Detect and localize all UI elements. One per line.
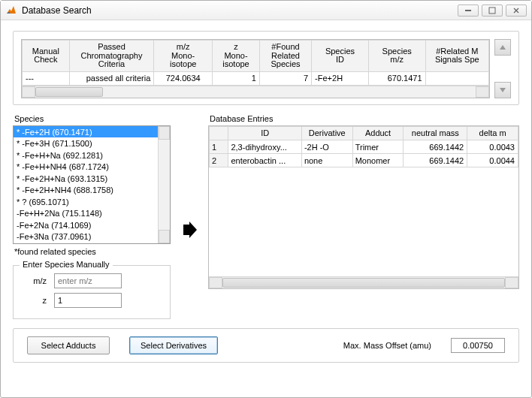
species-listbox[interactable]: * -Fe+2H (670.1471)* -Fe+3H (671.1500)* … [13,125,171,244]
window-title: Database Search [22,5,458,16]
z-input[interactable] [54,293,122,308]
mz-input[interactable] [54,273,122,288]
svg-rect-1 [489,8,495,14]
offset-input[interactable] [451,338,505,353]
species-item[interactable]: * -Fe+H+Na (692.1281) [14,149,158,161]
species-item[interactable]: * -Fe+2H+NH4 (688.1758) [14,184,158,196]
offset-label: Max. Mass Offset (amu) [343,341,431,350]
db-col-adduct[interactable]: Adduct [352,126,404,140]
species-item[interactable]: * -Fe+2H+Na (693.1315) [14,173,158,185]
db-row[interactable]: 2enterobactin ...noneMonomer669.14420.00… [210,154,518,167]
window: Database Search Manual Check [0,0,532,398]
species-vscrollbar[interactable] [158,126,170,243]
row-nav [494,39,511,98]
close-button[interactable] [506,5,527,17]
arrow-right-icon [180,222,199,241]
col-nfound[interactable]: #Found Related Species [259,41,311,72]
cell-species-id[interactable]: -Fe+2H [312,71,369,85]
select-derivatives-button[interactable]: Select Derivatives [129,336,218,354]
maximize-button[interactable] [482,5,503,17]
db-label: Database Entries [210,114,519,123]
cell-manual-check[interactable]: --- [23,71,70,85]
db-col-delta[interactable]: delta m [467,126,518,140]
cell-passed[interactable]: passed all criteria [69,71,154,85]
middle-area: Species * -Fe+2H (670.1471)* -Fe+3H (671… [13,114,519,319]
bottom-bar: Select Adducts Select Derivatives Max. M… [13,328,519,363]
col-nrel[interactable]: #Related M Signals Spe [425,41,488,72]
window-controls [458,5,527,17]
cell-z[interactable]: 1 [213,71,260,85]
species-item[interactable]: * -Fe+3H (671.1500) [14,137,158,149]
db-rownum: 1 [210,140,228,154]
cell-species-mz[interactable]: 670.1471 [368,71,425,85]
mz-label: m/z [20,276,47,285]
db-col-id[interactable]: ID [228,126,301,140]
cell-nrel[interactable] [425,71,488,85]
species-item[interactable]: -Fe+H+2Na (715.1148) [14,207,158,219]
db-col-mass[interactable]: neutral mass [404,126,467,140]
titlebar: Database Search [1,1,531,20]
col-passed[interactable]: Passed Chromatography Criteria [69,41,154,72]
species-footnote: *found related species [14,247,171,256]
minimize-button[interactable] [458,5,479,17]
species-item[interactable]: * -Fe+2H (670.1471) [14,126,158,138]
db-cell-delta[interactable]: 0.0044 [467,154,518,167]
db-cell-derivative[interactable]: -2H -O [301,140,352,154]
matlab-icon [5,5,17,17]
db-cell-delta[interactable]: 0.0043 [467,140,518,154]
col-z[interactable]: z Mono- isotope [213,41,260,72]
z-label: z [20,296,47,305]
db-col-derivative[interactable]: Derivative [301,126,352,140]
db-cell-mass[interactable]: 669.1442 [404,154,467,167]
db-table[interactable]: ID Derivative Adduct neutral mass delta … [209,126,518,168]
db-table-container: ID Derivative Adduct neutral mass delta … [208,125,519,289]
db-cell-derivative[interactable]: none [301,154,352,167]
db-cell-adduct[interactable]: Trimer [352,140,404,154]
row-up-button[interactable] [494,39,511,56]
species-item[interactable]: -Fe+2Na (714.1069) [14,219,158,231]
results-row[interactable]: --- passed all criteria 724.0634 1 7 -Fe… [23,71,489,85]
species-item[interactable]: * -Fe+H+NH4 (687.1724) [14,161,158,173]
col-species-mz[interactable]: Species m/z [368,41,425,72]
results-table-container: Manual Check Passed Chromatography Crite… [21,39,490,98]
db-cell-id[interactable]: 2,3-dihydroxy... [228,140,301,154]
col-manual-check[interactable]: Manual Check [23,41,70,72]
results-table[interactable]: Manual Check Passed Chromatography Crite… [22,40,489,86]
manual-group: Enter Species Manually m/z z [13,265,171,319]
client-area: Manual Check Passed Chromatography Crite… [1,20,531,397]
db-cell-mass[interactable]: 669.1442 [404,140,467,154]
db-rownum: 2 [210,154,228,167]
db-cell-id[interactable]: enterobactin ... [228,154,301,167]
db-hscrollbar[interactable] [209,276,518,288]
svg-rect-0 [465,10,471,11]
results-hscrollbar[interactable] [22,86,489,98]
cell-nfound[interactable]: 7 [259,71,311,85]
species-column: Species * -Fe+2H (670.1471)* -Fe+3H (671… [13,114,171,319]
manual-legend: Enter Species Manually [20,260,113,269]
db-row[interactable]: 12,3-dihydroxy...-2H -OTrimer669.14420.0… [210,140,518,154]
cell-mz[interactable]: 724.0634 [154,71,213,85]
species-item[interactable]: * ? (695.1071) [14,196,158,208]
row-down-button[interactable] [494,82,511,98]
select-adducts-button[interactable]: Select Adducts [27,336,110,354]
col-mz[interactable]: m/z Mono- isotope [154,41,213,72]
results-panel: Manual Check Passed Chromatography Crite… [13,31,519,105]
species-label: Species [14,114,171,123]
species-item[interactable]: -Fe+3Na (737.0961) [14,231,158,243]
col-species-id[interactable]: Species ID [312,41,369,72]
results-header-row: Manual Check Passed Chromatography Crite… [23,41,489,72]
db-cell-adduct[interactable]: Monomer [352,154,404,167]
db-column: Database Entries ID Derivative Adduct [208,114,519,289]
db-corner [210,126,228,140]
